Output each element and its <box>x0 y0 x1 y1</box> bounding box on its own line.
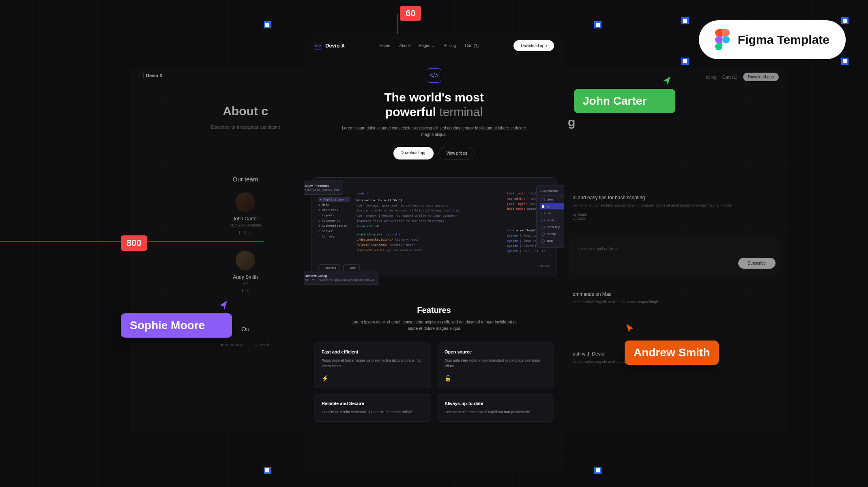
features-heading: Features <box>314 306 554 315</box>
measure-badge-left: 800 <box>121 235 147 251</box>
figma-template-pill[interactable]: Figma Template <box>699 20 846 59</box>
folder-item[interactable]: ▫ Utilities <box>318 207 350 213</box>
cmd-ls-la[interactable]: ls - la <box>540 217 564 223</box>
cmd-history[interactable]: history <box>540 231 564 237</box>
chevron-down-icon: ⌄ <box>432 43 435 48</box>
feature-fast: Fast and efficient Risus proin et fusce … <box>314 343 431 388</box>
folder-item[interactable]: ▫ Components <box>318 218 350 223</box>
cmd-ls[interactable]: ls <box>540 203 564 209</box>
figma-logo-icon <box>715 29 730 50</box>
selection-handle-tl[interactable] <box>264 21 271 28</box>
commands-panel: ⌕ Commands clear ls pwd ls - la mkdir tm… <box>536 185 564 248</box>
logo-icon: </> <box>314 42 322 50</box>
cta-prices-button[interactable]: View prices <box>438 147 475 159</box>
hero-subtitle: Lorem ipsum dolor sit amet consectetur a… <box>337 125 531 138</box>
logo[interactable]: </> Devio X <box>314 42 345 50</box>
tab-cmd[interactable]: ▫ cmd.exe <box>318 264 340 271</box>
selection-handle-br[interactable] <box>594 467 602 474</box>
nav-about[interactable]: About <box>399 43 410 48</box>
nav-pages[interactable]: Pages ⌄ <box>419 43 434 48</box>
terminal-mockup: Folders ▸ Application ▫ Main ▫ Utilities… <box>312 177 556 277</box>
measure-line-top <box>397 14 398 34</box>
folder-item[interactable]: ▫ Library <box>318 234 350 239</box>
tooltip-show-ip: ⊞ Show IP addressecho $SSH_CONNECTION <box>304 181 343 195</box>
folder-item[interactable]: ▫ Authentication <box>318 223 350 228</box>
pill-handle-br[interactable] <box>841 58 849 65</box>
nav-cart[interactable]: Cart (1) <box>465 43 479 48</box>
cmd-clear[interactable]: clear <box>540 196 564 203</box>
tab-bash[interactable]: ▫ bash <box>343 264 360 271</box>
nav-home[interactable]: Home <box>380 43 391 48</box>
hero-code-icon: </> <box>427 68 441 83</box>
lock-open-icon: 🔓 <box>445 375 546 381</box>
cmd-mkdir[interactable]: mkdir tmp <box>540 224 564 230</box>
feature-uptodate: Always-up-to-date Excepteur sint occaeca… <box>437 394 554 422</box>
hero-title: The world's most powerful terminal <box>320 90 548 119</box>
main-frame-landing: </> Devio X Home About Pages ⌄ Pricing C… <box>304 34 564 473</box>
measure-badge-top: 60 <box>400 6 421 21</box>
feature-opensource: Open source Duis aute irure dolor in rep… <box>437 343 554 388</box>
cursor-john: John Carter <box>574 75 675 113</box>
cursor-andrew: Andrew Smith <box>625 323 719 365</box>
cta-download-button[interactable]: Download app <box>393 147 434 159</box>
subscribe-button[interactable]: Subscribe <box>738 258 776 269</box>
nav-pricing[interactable]: Pricing <box>444 43 456 48</box>
folder-item[interactable]: ▫ Layouts <box>318 213 350 218</box>
window-controls <box>318 183 550 186</box>
folder-item[interactable]: ▫ Server <box>318 228 350 234</box>
pill-handle-bl[interactable] <box>681 58 689 65</box>
cmd-sudo[interactable]: sudo <box>540 238 564 244</box>
selection-handle-tr[interactable] <box>594 21 602 28</box>
pill-handle-tr[interactable] <box>841 17 849 24</box>
folder-item[interactable]: ▫ Main <box>318 202 350 207</box>
commands-search[interactable]: ⌕ Commands <box>540 189 564 196</box>
tooltip-remove-config: ⊞ Remove Configrm -rf ~/Library/Applicat… <box>304 271 379 285</box>
terminal-search[interactable]: ⌕ Search <box>537 264 550 271</box>
cursor-sophie: Sophie Moore <box>121 300 232 338</box>
features-subtitle: Lorem ipsum dolor sit amet, consectetur … <box>348 319 520 332</box>
lightning-icon: ⚡ <box>322 375 423 381</box>
feature-secure: Reliable and Secure Ut enim ad minim ven… <box>314 394 431 422</box>
figma-pill-label: Figma Template <box>738 33 829 47</box>
download-button[interactable]: Download app <box>513 40 554 51</box>
cmd-pwd[interactable]: pwd <box>540 210 564 216</box>
subscribe-input[interactable] <box>575 244 776 254</box>
bg-frame-blog: acing Cart (1) Download app g al and eas… <box>564 67 787 432</box>
selection-handle-bl[interactable] <box>264 467 271 474</box>
main-nav: </> Devio X Home About Pages ⌄ Pricing C… <box>304 34 564 57</box>
pill-handle-tl[interactable] <box>681 17 689 24</box>
folder-application[interactable]: ▸ Application <box>318 197 350 202</box>
